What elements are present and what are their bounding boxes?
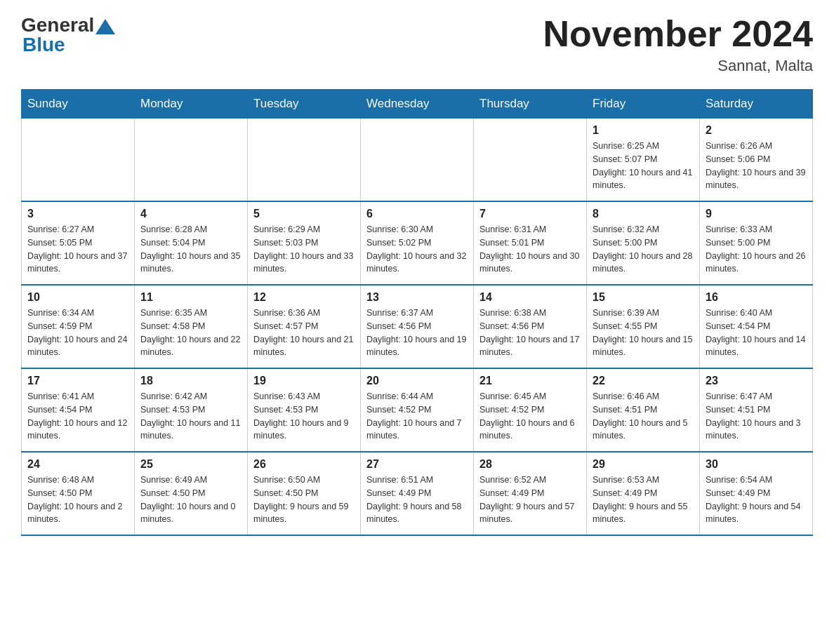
column-header-monday: Monday <box>135 90 248 119</box>
calendar-week-row: 10Sunrise: 6:34 AM Sunset: 4:59 PM Dayli… <box>22 285 813 368</box>
calendar-cell: 28Sunrise: 6:52 AM Sunset: 4:49 PM Dayli… <box>474 452 587 535</box>
calendar-cell: 16Sunrise: 6:40 AM Sunset: 4:54 PM Dayli… <box>700 285 813 368</box>
column-header-friday: Friday <box>587 90 700 119</box>
column-header-tuesday: Tuesday <box>248 90 361 119</box>
day-number: 15 <box>593 291 694 304</box>
day-info: Sunrise: 6:48 AM Sunset: 4:50 PM Dayligh… <box>27 474 128 526</box>
calendar-cell: 10Sunrise: 6:34 AM Sunset: 4:59 PM Dayli… <box>22 285 135 368</box>
day-info: Sunrise: 6:47 AM Sunset: 4:51 PM Dayligh… <box>706 390 807 443</box>
day-info: Sunrise: 6:44 AM Sunset: 4:52 PM Dayligh… <box>366 390 468 443</box>
calendar-cell: 1Sunrise: 6:25 AM Sunset: 5:07 PM Daylig… <box>587 119 700 202</box>
calendar-cell: 7Sunrise: 6:31 AM Sunset: 5:01 PM Daylig… <box>474 201 587 285</box>
day-info: Sunrise: 6:53 AM Sunset: 4:49 PM Dayligh… <box>593 474 694 526</box>
calendar-cell <box>135 119 248 202</box>
day-info: Sunrise: 6:32 AM Sunset: 5:00 PM Dayligh… <box>593 223 694 276</box>
day-number: 17 <box>27 375 128 387</box>
day-number: 5 <box>253 208 355 220</box>
calendar-cell: 12Sunrise: 6:36 AM Sunset: 4:57 PM Dayli… <box>248 285 361 368</box>
calendar-week-row: 1Sunrise: 6:25 AM Sunset: 5:07 PM Daylig… <box>22 119 813 202</box>
day-number: 1 <box>593 124 694 137</box>
day-info: Sunrise: 6:38 AM Sunset: 4:56 PM Dayligh… <box>479 307 581 359</box>
day-info: Sunrise: 6:25 AM Sunset: 5:07 PM Dayligh… <box>593 140 694 192</box>
calendar-cell: 18Sunrise: 6:42 AM Sunset: 4:53 PM Dayli… <box>135 368 248 452</box>
calendar-cell: 8Sunrise: 6:32 AM Sunset: 5:00 PM Daylig… <box>587 201 700 285</box>
day-info: Sunrise: 6:42 AM Sunset: 4:53 PM Dayligh… <box>140 390 241 443</box>
column-header-wednesday: Wednesday <box>361 90 474 119</box>
day-number: 22 <box>593 375 694 387</box>
calendar-cell: 6Sunrise: 6:30 AM Sunset: 5:02 PM Daylig… <box>361 201 474 285</box>
day-number: 25 <box>140 458 241 471</box>
calendar-cell: 22Sunrise: 6:46 AM Sunset: 4:51 PM Dayli… <box>587 368 700 452</box>
day-number: 2 <box>706 124 807 137</box>
day-info: Sunrise: 6:50 AM Sunset: 4:50 PM Dayligh… <box>253 474 355 526</box>
day-number: 24 <box>27 458 128 471</box>
calendar-cell: 26Sunrise: 6:50 AM Sunset: 4:50 PM Dayli… <box>248 452 361 535</box>
calendar-cell <box>361 119 474 202</box>
day-info: Sunrise: 6:36 AM Sunset: 4:57 PM Dayligh… <box>253 307 355 359</box>
day-info: Sunrise: 6:34 AM Sunset: 4:59 PM Dayligh… <box>27 307 128 359</box>
calendar-cell: 2Sunrise: 6:26 AM Sunset: 5:06 PM Daylig… <box>700 119 813 202</box>
calendar-cell: 29Sunrise: 6:53 AM Sunset: 4:49 PM Dayli… <box>587 452 700 535</box>
day-number: 26 <box>253 458 355 471</box>
logo: General Blue <box>21 14 117 56</box>
day-info: Sunrise: 6:52 AM Sunset: 4:49 PM Dayligh… <box>479 474 581 526</box>
day-info: Sunrise: 6:27 AM Sunset: 5:05 PM Dayligh… <box>27 223 128 276</box>
title-area: November 2024 Sannat, Malta <box>543 14 813 75</box>
calendar-cell <box>474 119 587 202</box>
day-number: 13 <box>366 291 468 304</box>
day-info: Sunrise: 6:43 AM Sunset: 4:53 PM Dayligh… <box>253 390 355 443</box>
logo-triangle-icon <box>95 19 115 34</box>
calendar-cell: 5Sunrise: 6:29 AM Sunset: 5:03 PM Daylig… <box>248 201 361 285</box>
calendar-title: November 2024 <box>543 14 813 54</box>
day-info: Sunrise: 6:31 AM Sunset: 5:01 PM Dayligh… <box>479 223 581 276</box>
day-number: 8 <box>593 208 694 220</box>
day-number: 7 <box>479 208 581 220</box>
day-info: Sunrise: 6:28 AM Sunset: 5:04 PM Dayligh… <box>140 223 241 276</box>
calendar-cell: 19Sunrise: 6:43 AM Sunset: 4:53 PM Dayli… <box>248 368 361 452</box>
calendar-cell: 23Sunrise: 6:47 AM Sunset: 4:51 PM Dayli… <box>700 368 813 452</box>
day-number: 28 <box>479 458 581 471</box>
day-info: Sunrise: 6:33 AM Sunset: 5:00 PM Dayligh… <box>706 223 807 276</box>
day-number: 14 <box>479 291 581 304</box>
logo-blue-text: Blue <box>22 34 65 55</box>
day-info: Sunrise: 6:51 AM Sunset: 4:49 PM Dayligh… <box>366 474 468 526</box>
calendar-week-row: 17Sunrise: 6:41 AM Sunset: 4:54 PM Dayli… <box>22 368 813 452</box>
day-info: Sunrise: 6:40 AM Sunset: 4:54 PM Dayligh… <box>706 307 807 359</box>
calendar-week-row: 3Sunrise: 6:27 AM Sunset: 5:05 PM Daylig… <box>22 201 813 285</box>
column-header-sunday: Sunday <box>22 90 135 119</box>
calendar-cell: 4Sunrise: 6:28 AM Sunset: 5:04 PM Daylig… <box>135 201 248 285</box>
day-number: 30 <box>706 458 807 471</box>
calendar-cell: 9Sunrise: 6:33 AM Sunset: 5:00 PM Daylig… <box>700 201 813 285</box>
calendar-header-row: SundayMondayTuesdayWednesdayThursdayFrid… <box>22 90 813 119</box>
day-number: 18 <box>140 375 241 387</box>
calendar-cell <box>22 119 135 202</box>
day-number: 20 <box>366 375 468 387</box>
day-number: 29 <box>593 458 694 471</box>
day-number: 23 <box>706 375 807 387</box>
day-info: Sunrise: 6:45 AM Sunset: 4:52 PM Dayligh… <box>479 390 581 443</box>
calendar-cell: 17Sunrise: 6:41 AM Sunset: 4:54 PM Dayli… <box>22 368 135 452</box>
day-number: 10 <box>27 291 128 304</box>
calendar-cell: 21Sunrise: 6:45 AM Sunset: 4:52 PM Dayli… <box>474 368 587 452</box>
day-info: Sunrise: 6:26 AM Sunset: 5:06 PM Dayligh… <box>706 140 807 192</box>
day-info: Sunrise: 6:30 AM Sunset: 5:02 PM Dayligh… <box>366 223 468 276</box>
calendar-cell: 13Sunrise: 6:37 AM Sunset: 4:56 PM Dayli… <box>361 285 474 368</box>
day-info: Sunrise: 6:37 AM Sunset: 4:56 PM Dayligh… <box>366 307 468 359</box>
day-number: 9 <box>706 208 807 220</box>
calendar-week-row: 24Sunrise: 6:48 AM Sunset: 4:50 PM Dayli… <box>22 452 813 535</box>
calendar-cell: 15Sunrise: 6:39 AM Sunset: 4:55 PM Dayli… <box>587 285 700 368</box>
day-number: 27 <box>366 458 468 471</box>
day-number: 12 <box>253 291 355 304</box>
day-number: 4 <box>140 208 241 220</box>
calendar-cell: 30Sunrise: 6:54 AM Sunset: 4:49 PM Dayli… <box>700 452 813 535</box>
calendar-cell: 25Sunrise: 6:49 AM Sunset: 4:50 PM Dayli… <box>135 452 248 535</box>
day-info: Sunrise: 6:46 AM Sunset: 4:51 PM Dayligh… <box>593 390 694 443</box>
calendar-cell: 3Sunrise: 6:27 AM Sunset: 5:05 PM Daylig… <box>22 201 135 285</box>
column-header-saturday: Saturday <box>700 90 813 119</box>
calendar-cell: 11Sunrise: 6:35 AM Sunset: 4:58 PM Dayli… <box>135 285 248 368</box>
day-number: 16 <box>706 291 807 304</box>
day-info: Sunrise: 6:29 AM Sunset: 5:03 PM Dayligh… <box>253 223 355 276</box>
page-header: General Blue November 2024 Sannat, Malta <box>21 14 813 75</box>
calendar-subtitle: Sannat, Malta <box>543 57 813 75</box>
calendar-table: SundayMondayTuesdayWednesdayThursdayFrid… <box>21 89 813 536</box>
